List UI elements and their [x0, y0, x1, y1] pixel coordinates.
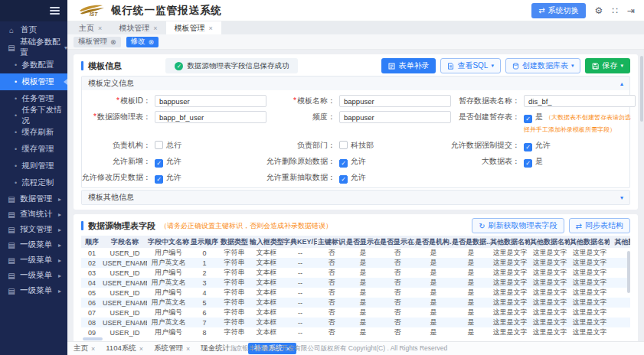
sidebar-group[interactable]: ▤报文管理▸ [0, 222, 67, 237]
checkbox[interactable] [339, 141, 348, 149]
field-input[interactable] [155, 111, 266, 123]
field-input[interactable] [155, 95, 266, 107]
field-label: 负责机构： [82, 138, 151, 151]
table-row[interactable]: 02USER_ENAME用户英文名1字符串文本框--否是否是是这里是文字这里是文… [81, 258, 630, 268]
field-input[interactable] [524, 95, 636, 107]
close-icon[interactable]: ⊗ [149, 38, 155, 46]
table-cell: 否 [317, 248, 346, 258]
view-sql-button[interactable]: 查看SQL ▾ [440, 58, 501, 73]
field-body [151, 94, 266, 107]
sidebar-item[interactable]: •模板管理 [0, 73, 67, 90]
tab-item[interactable]: 主页× [70, 21, 110, 34]
close-icon[interactable]: ⊗ [110, 38, 116, 46]
field-body: ✓允许 [151, 171, 266, 184]
sidebar-item[interactable]: •流程定制 [0, 174, 67, 191]
table-row[interactable]: 07USER_ID用户编号6字符串文本框--否是否是是这里是文字这里是文字这里是… [81, 308, 630, 318]
checkbox[interactable]: ✓ [155, 159, 163, 168]
checkbox[interactable]: ✓ [524, 159, 532, 168]
fullscreen-icon[interactable]: ∷ [612, 5, 618, 16]
table-cell: 这里是文字 [490, 318, 530, 327]
page-scrollbar[interactable] [640, 56, 643, 122]
form-supplement-button[interactable]: 表单补录 [381, 58, 436, 73]
table-row[interactable]: 09USER_ID用户编号8字符串文本框--否是否是是这里是文字这里是文字这里是… [81, 327, 630, 337]
sidebar-group[interactable]: ▤一级菜单▸ [0, 268, 67, 283]
collapse-icon[interactable]: ▴ [620, 80, 623, 87]
field-label: 允许重新抽取数据： [266, 171, 335, 184]
table-horizontal-scrollbar[interactable] [83, 337, 103, 340]
table-row[interactable]: 04USER_ENAME用户英文名3字符串文本框--否是否是是这里是文字这里是文… [81, 278, 630, 288]
breadcrumb-chip-template-mgmt[interactable]: 模板管理 ⊗ [74, 37, 121, 47]
table-cell: 是 [346, 268, 380, 278]
breadcrumb-chip-edit[interactable]: 修改 ⊗ [126, 37, 159, 47]
table-cell: 这里是文字 [570, 258, 610, 268]
checkbox[interactable] [155, 141, 163, 149]
checkbox[interactable]: ✓ [524, 115, 532, 123]
close-icon[interactable]: × [209, 24, 213, 32]
field-input[interactable] [339, 95, 451, 107]
sidebar-item[interactable]: •任务下发情况 [0, 107, 67, 124]
close-icon[interactable]: × [91, 345, 95, 353]
table-cell [610, 308, 630, 318]
other-section-header[interactable]: 模板其他信息 ▾ [82, 191, 629, 204]
checkbox[interactable]: ✓ [339, 175, 348, 184]
field-input[interactable] [339, 111, 451, 123]
settings-gear-icon[interactable]: ⚙ [595, 5, 603, 16]
table-cell: 否 [317, 318, 346, 327]
table-cell: 这里是文字 [530, 288, 570, 298]
table-cell: 文本框 [250, 258, 283, 268]
table-row[interactable]: 05USER_ID用户编号4字符串文本框--否是否是是这里是文字这里是文字这里是… [81, 288, 630, 298]
checkbox[interactable]: ✓ [155, 175, 163, 184]
table-cell: 否 [380, 248, 415, 258]
sidebar-group[interactable]: ▤数据管理▸ [0, 191, 67, 207]
sync-structure-button[interactable]: ⇄ 同步表结构 [569, 218, 630, 233]
tab-item[interactable]: 模板管理× [166, 21, 221, 34]
table-cell: 用户英文名 [147, 258, 190, 268]
sidebar-item[interactable]: •规则管理 [0, 158, 67, 174]
field-body [335, 110, 451, 123]
table-row[interactable]: 03USER_ID用户编号2字符串文本框--否是否是是这里是文字这里是文字这里是… [81, 268, 630, 278]
table-cell: USER_ENAME [103, 278, 147, 288]
table-cell: 否 [317, 288, 346, 298]
sidebar-item[interactable]: •缓存刷新 [0, 124, 67, 141]
expand-icon[interactable]: ▾ [620, 194, 623, 201]
close-icon[interactable]: × [139, 345, 143, 353]
field-body: 科技部 [335, 138, 451, 151]
system-switch-button[interactable]: ⇄ 系统切换 [531, 3, 585, 18]
main-content: 模板信息 ✓ 数据源物理表字段信息保存成功 表单补录 查看SQL [67, 50, 644, 341]
sidebar-item-home[interactable]: ⌂ 首页 [0, 21, 67, 38]
table-vertical-scrollbar[interactable] [627, 251, 630, 293]
checkbox[interactable]: ✓ [339, 159, 348, 168]
sidebar-group-label: 数据管理 [20, 194, 52, 204]
definition-section-header[interactable]: 模板定义信息 ▴ [82, 77, 629, 90]
sidebar-item[interactable]: •缓存管理 [0, 141, 67, 158]
sidebar-group-basic-params[interactable]: ▤ 基础参数配置 ▾ [0, 38, 67, 57]
table-row[interactable]: 06USER_ENAME用户英文名5字符串文本框--否是否是是这里是文字这里是文… [81, 298, 630, 308]
sidebar-group[interactable]: ▤查询统计▸ [0, 207, 67, 222]
taskbar-tab[interactable]: 主页× [74, 344, 95, 353]
table-cell: 用户编号 [147, 288, 190, 298]
menu-collapse-icon[interactable] [50, 5, 60, 16]
table-row[interactable]: 01USER_ID用户编号0字符串文本框--否是否是是这里是文字这里是文字这里是… [81, 248, 630, 258]
sidebar-group[interactable]: ▤一级菜单▸ [0, 237, 67, 252]
taskbar-tab[interactable]: 1104系统× [106, 344, 143, 353]
checkbox-label: 是 [535, 157, 543, 165]
sidebar-group[interactable]: ▤一级菜单▸ [0, 283, 67, 298]
refresh-fields-button[interactable]: ↻ 刷新获取物理表字段 [472, 218, 564, 233]
sidebar-item[interactable]: •参数配置 [0, 57, 67, 73]
close-icon[interactable]: × [153, 24, 157, 32]
save-button[interactable]: 保存 ▾ [585, 58, 630, 73]
sidebar-item-label: 首页 [21, 24, 37, 35]
tab-item[interactable]: 模块管理× [110, 21, 165, 34]
table-row[interactable]: 08USER_ENAME用户英文名7字符串文本框--否是否是是这里是文字这里是文… [81, 318, 630, 327]
column-header: 其他数据名称 [530, 236, 570, 248]
create-db-table-button[interactable]: 创建数据库表 ▾ [505, 58, 581, 73]
close-icon[interactable]: × [186, 345, 190, 353]
checkbox[interactable]: ✓ [524, 143, 532, 151]
form-field: *模板名称： [266, 93, 451, 109]
logout-icon[interactable]: ⇥ [627, 5, 635, 16]
table-cell: 这里是文字 [530, 258, 570, 268]
sidebar-group[interactable]: ▤一级菜单▸ [0, 252, 67, 268]
chevron-right-icon: ▸ [58, 242, 61, 249]
close-icon[interactable]: × [98, 24, 102, 32]
taskbar-tab[interactable]: 系统管理× [154, 344, 190, 353]
